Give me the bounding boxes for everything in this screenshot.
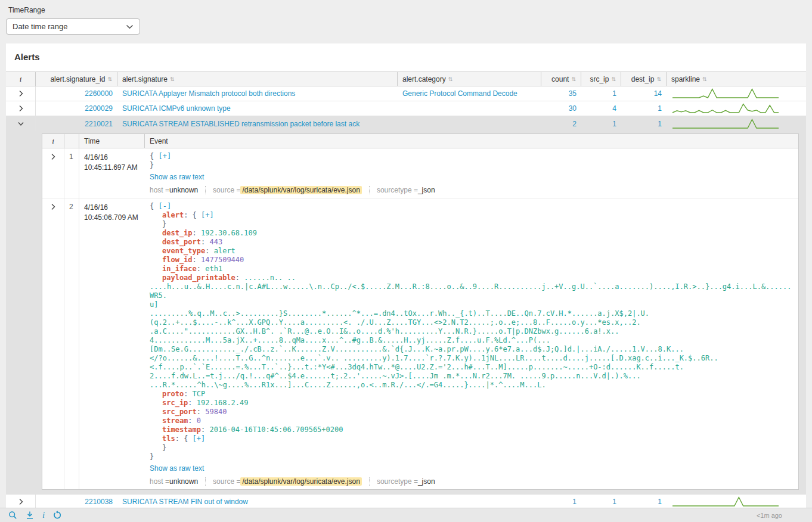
json-toggle-link[interactable]: [-] xyxy=(158,202,171,210)
dest-ip-cell-link[interactable]: 1 xyxy=(658,120,662,128)
signature-cell-link[interactable]: SURICATA ICMPv6 unknown type xyxy=(122,104,231,113)
json-string: eth1 xyxy=(205,265,222,273)
column-header-sparkline[interactable]: sparkline⇅ xyxy=(667,72,806,86)
json-key: src_ip xyxy=(162,399,188,407)
dest-ip-cell-link[interactable]: 1 xyxy=(658,104,662,113)
json-line: 4............M...5a.jX..+.....8..qMa....… xyxy=(150,336,794,345)
json-punct: : xyxy=(193,256,201,264)
signature-id-cell-link[interactable]: 2210021 xyxy=(85,120,113,128)
count-cell-link[interactable]: 1 xyxy=(572,498,577,506)
json-line: payload_printable: ......n.. .. xyxy=(150,274,794,282)
category-cell xyxy=(398,116,541,131)
signature-id-cell-link[interactable]: 2210038 xyxy=(85,498,113,506)
alert-row[interactable]: 2200029SURICATA ICMPv6 unknown type3041 xyxy=(6,101,806,116)
alert-row[interactable]: 2260000SURICATA Applayer Mismatch protoc… xyxy=(6,86,806,101)
event-row: 24/16/1610:45:06.709 AM{ [-]alert: { [+]… xyxy=(42,198,798,489)
selected-fields: host = unknownsource = /data/splunk/var/… xyxy=(150,186,794,194)
json-key: stream xyxy=(162,417,188,425)
json-string: 2....f.dw.L..=t.j.../q.!...q#^..$4.e....… xyxy=(150,372,641,380)
sparkline-cell xyxy=(667,116,806,131)
signature-cell: SURICATA STREAM ESTABLISHED retransmissi… xyxy=(117,116,398,131)
refresh-icon[interactable] xyxy=(53,511,62,520)
sourcetype-field-value[interactable]: _json xyxy=(418,477,435,486)
source-field-value[interactable]: /data/splunk/var/log/suricata/eve.json xyxy=(240,186,361,194)
timerange-label: TimeRange xyxy=(8,6,812,14)
host-field-value[interactable]: unknown xyxy=(169,477,198,486)
sparkline-chart xyxy=(671,88,780,100)
column-header-alert-category[interactable]: alert.category⇅ xyxy=(398,72,541,86)
sort-caret-icon: ⇅ xyxy=(571,76,576,82)
signature-cell-link[interactable]: SURICATA STREAM FIN out of window xyxy=(122,498,248,506)
alert-row[interactable]: 2210021SURICATA STREAM ESTABLISHED retra… xyxy=(6,116,806,131)
count-cell: 1 xyxy=(541,495,581,509)
signature-cell-link[interactable]: SURICATA STREAM ESTABLISHED retransmissi… xyxy=(122,120,359,128)
json-string: [Dm..Se.G..........._./.cB..z.`..K......… xyxy=(150,345,684,353)
json-punct: : xyxy=(193,229,201,237)
signature-id-cell-link[interactable]: 2260000 xyxy=(85,89,113,98)
json-key: in_iface xyxy=(162,265,197,273)
count-cell-link[interactable]: 35 xyxy=(569,89,577,98)
json-toggle-link[interactable]: [+] xyxy=(158,152,171,160)
row-expand-toggle[interactable] xyxy=(6,495,36,509)
src-ip-cell-link[interactable]: 4 xyxy=(612,104,616,113)
json-key: alert xyxy=(162,211,184,219)
show-raw-text-link[interactable]: Show as raw text xyxy=(150,464,204,473)
event-json: { [-]alert: { [+]}dest_ip: 192.30.68.109… xyxy=(150,202,794,461)
search-icon[interactable] xyxy=(8,511,17,520)
src-ip-cell-link[interactable]: 1 xyxy=(612,89,616,98)
sort-caret-icon: ⇅ xyxy=(107,76,112,82)
sourcetype-field-value[interactable]: _json xyxy=(418,186,435,194)
column-header-src_ip[interactable]: src_ip⇅ xyxy=(581,72,621,86)
event-number: 2 xyxy=(64,198,79,489)
sparkline-chart xyxy=(671,496,780,508)
column-header-dest_ip[interactable]: dest_ip⇅ xyxy=(621,72,667,86)
category-cell-link[interactable]: Generic Protocol Command Decode xyxy=(402,89,517,98)
signature-id-cell-link[interactable]: 2200029 xyxy=(85,104,113,113)
info-icon[interactable]: i xyxy=(42,510,45,520)
sparkline-cell xyxy=(667,86,806,101)
show-raw-text-link[interactable]: Show as raw text xyxy=(150,173,204,181)
dest-ip-cell-link[interactable]: 1 xyxy=(658,498,662,506)
sort-caret-icon: ⇅ xyxy=(656,76,661,82)
column-header-alert-signature[interactable]: alert.signature⇅ xyxy=(117,72,398,86)
timerange-dropdown[interactable]: Date time range xyxy=(6,18,140,35)
json-punct: : xyxy=(235,274,244,282)
category-cell xyxy=(398,101,541,116)
count-cell-link[interactable]: 2 xyxy=(572,120,577,128)
signature-cell-link[interactable]: SURICATA Applayer Mismatch protocol both… xyxy=(122,89,295,98)
src-ip-cell-link[interactable]: 1 xyxy=(612,498,616,506)
event-expand-toggle[interactable] xyxy=(42,148,64,198)
json-line: u] xyxy=(150,300,794,309)
count-cell: 35 xyxy=(541,86,581,101)
event-number: 1 xyxy=(64,148,79,198)
column-header-count[interactable]: count⇅ xyxy=(541,72,581,86)
json-number: 1477509440 xyxy=(201,256,244,264)
host-field-value[interactable]: unknown xyxy=(169,186,198,194)
json-toggle-link[interactable]: [+] xyxy=(193,434,206,443)
json-toggle-link[interactable]: [+] xyxy=(201,211,214,219)
selected-fields: host = unknownsource = /data/splunk/var/… xyxy=(150,477,794,486)
category-cell: Generic Protocol Command Decode xyxy=(398,86,541,101)
src-ip-cell-link[interactable]: 1 xyxy=(612,120,616,128)
json-string: </?o......&....!....T..G..^n.......e...`… xyxy=(150,354,718,362)
source-field-value[interactable]: /data/splunk/var/log/suricata/eve.json xyxy=(240,477,361,486)
count-cell-link[interactable]: 30 xyxy=(569,104,577,113)
json-key: event_type xyxy=(162,247,205,255)
dest-ip-cell: 1 xyxy=(621,116,667,131)
json-string: <.f....p..`.`E......=.%...T..`..}...t.:*… xyxy=(150,363,684,371)
events-header-num xyxy=(64,134,79,148)
event-expand-toggle[interactable] xyxy=(42,198,64,489)
json-line: event_type: alert xyxy=(150,247,794,256)
json-line: } xyxy=(150,452,794,461)
json-punct: } xyxy=(162,443,166,452)
sort-caret-icon: ⇅ xyxy=(611,76,616,82)
row-expand-toggle[interactable] xyxy=(6,116,36,131)
export-download-icon[interactable] xyxy=(26,511,34,520)
column-header-label: dest_ip xyxy=(631,75,655,83)
dest-ip-cell-link[interactable]: 14 xyxy=(654,89,662,98)
json-string: .........%.q..M..c..>.........}S........… xyxy=(150,309,649,318)
row-expand-toggle[interactable] xyxy=(6,86,36,101)
column-header-alert-signature_id[interactable]: alert.signature_id⇅ xyxy=(36,72,117,86)
chevron-down-icon xyxy=(17,120,24,128)
row-expand-toggle[interactable] xyxy=(6,101,36,116)
